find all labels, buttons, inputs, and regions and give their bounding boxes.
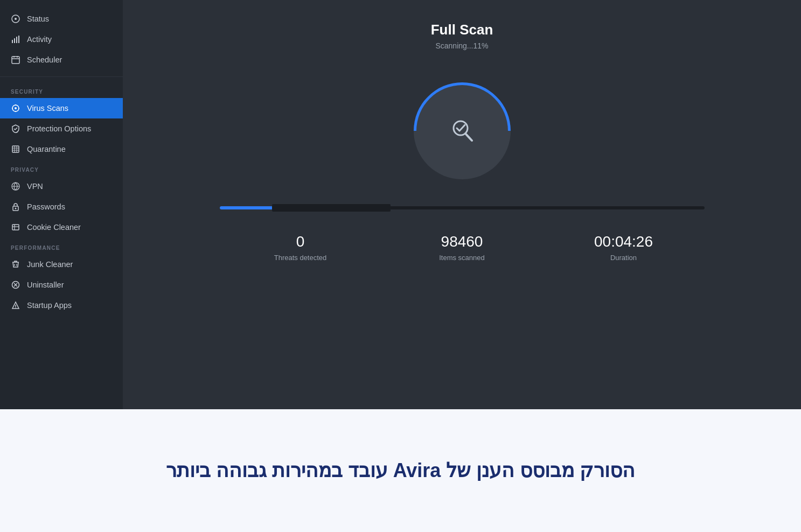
status-icon xyxy=(11,14,20,24)
banner-text: הסורק מבוסס הענן של Avira עובד במהירות ג… xyxy=(166,459,636,482)
progress-bar-thumb xyxy=(272,204,391,212)
svg-rect-2 xyxy=(12,40,13,43)
sidebar-label-uninstaller: Uninstaller xyxy=(27,281,64,289)
stats-row: 0 Threats detected 98460 Items scanned 0… xyxy=(220,233,705,262)
main-content: Full Scan Scanning...11% xyxy=(123,0,801,409)
scan-icon-wrapper xyxy=(414,82,511,179)
sidebar-item-activity[interactable]: Activity xyxy=(0,29,123,50)
bottom-banner: הסורק מבוסס הענן של Avira עובד במהירות ג… xyxy=(0,409,801,532)
sidebar-label-cookie-cleaner: Cookie Cleaner xyxy=(27,223,81,232)
stat-threats-value: 0 xyxy=(296,233,305,250)
stat-duration-value: 00:04:26 xyxy=(594,233,653,250)
stat-duration: 00:04:26 Duration xyxy=(543,233,705,262)
protection-icon xyxy=(11,124,20,134)
sidebar-label-quarantine: Quarantine xyxy=(27,145,66,153)
progress-bar-container xyxy=(220,206,705,209)
sidebar-item-junk-cleaner[interactable]: Junk Cleaner xyxy=(0,254,123,275)
section-label-performance: PERFORMANCE xyxy=(0,237,123,254)
scan-circle xyxy=(414,82,511,179)
stat-duration-label: Duration xyxy=(610,254,637,262)
section-label-security: SECURITY xyxy=(0,81,123,98)
sidebar-label-virus-scans: Virus Scans xyxy=(27,104,68,113)
svg-rect-16 xyxy=(12,146,19,152)
svg-rect-23 xyxy=(12,225,19,230)
svg-rect-5 xyxy=(18,36,19,43)
stat-threats-label: Threats detected xyxy=(274,254,327,262)
sidebar-item-status[interactable]: Status xyxy=(0,9,123,29)
activity-icon xyxy=(11,34,20,44)
sidebar-item-cookie-cleaner[interactable]: Cookie Cleaner xyxy=(0,217,123,237)
sidebar-item-uninstaller[interactable]: Uninstaller xyxy=(0,275,123,295)
sidebar-item-quarantine[interactable]: Quarantine xyxy=(0,139,123,159)
scheduler-icon xyxy=(11,55,20,65)
section-label-privacy: PRIVACY xyxy=(0,159,123,176)
stat-items-value: 98460 xyxy=(441,233,483,250)
quarantine-icon xyxy=(11,144,20,154)
junk-cleaner-icon xyxy=(11,260,20,269)
sidebar-label-status: Status xyxy=(27,15,49,23)
cookie-icon xyxy=(11,222,20,232)
sidebar-item-vpn[interactable]: VPN xyxy=(0,176,123,197)
sidebar-label-junk-cleaner: Junk Cleaner xyxy=(27,260,73,269)
scan-subtitle: Scanning...11% xyxy=(435,41,488,50)
scan-ring xyxy=(393,62,531,200)
stat-items-label: Items scanned xyxy=(439,254,485,262)
sidebar-label-startup-apps: Startup Apps xyxy=(27,301,72,310)
sidebar-label-vpn: VPN xyxy=(27,182,43,191)
svg-point-22 xyxy=(15,208,17,209)
scan-title: Full Scan xyxy=(431,22,493,38)
progress-bar-fill xyxy=(220,206,273,209)
sidebar-label-scheduler: Scheduler xyxy=(27,55,62,64)
sidebar-item-passwords[interactable]: Passwords xyxy=(0,197,123,217)
sidebar-label-activity: Activity xyxy=(27,35,52,44)
virus-icon xyxy=(11,103,20,113)
section-performance: PERFORMANCE Junk Cleaner Uninstaller Sta… xyxy=(0,237,123,316)
vpn-icon xyxy=(11,181,20,191)
section-security: SECURITY Virus Scans Protection Options … xyxy=(0,81,123,159)
sidebar-label-passwords: Passwords xyxy=(27,202,65,211)
sidebar-item-virus-scans[interactable]: Virus Scans xyxy=(0,98,123,118)
sidebar-label-protection-options: Protection Options xyxy=(27,124,91,133)
sidebar-item-protection-options[interactable]: Protection Options xyxy=(0,118,123,139)
sidebar-top-section: Status Activity Scheduler xyxy=(0,9,123,77)
stat-threats: 0 Threats detected xyxy=(220,233,381,262)
svg-point-11 xyxy=(15,107,17,109)
svg-point-1 xyxy=(15,18,17,20)
svg-rect-3 xyxy=(14,38,15,43)
startup-icon xyxy=(11,300,20,310)
svg-rect-6 xyxy=(12,57,19,64)
sidebar: Status Activity Scheduler SECURITY xyxy=(0,0,123,409)
stat-items: 98460 Items scanned xyxy=(381,233,543,262)
passwords-icon xyxy=(11,202,20,212)
section-privacy: PRIVACY VPN Passwords Cookie Cleaner xyxy=(0,159,123,237)
svg-rect-4 xyxy=(16,37,17,43)
sidebar-item-startup-apps[interactable]: Startup Apps xyxy=(0,295,123,316)
uninstaller-icon xyxy=(11,280,20,290)
svg-point-33 xyxy=(15,307,16,309)
app-container: Status Activity Scheduler SECURITY xyxy=(0,0,801,409)
sidebar-item-scheduler[interactable]: Scheduler xyxy=(0,50,123,70)
